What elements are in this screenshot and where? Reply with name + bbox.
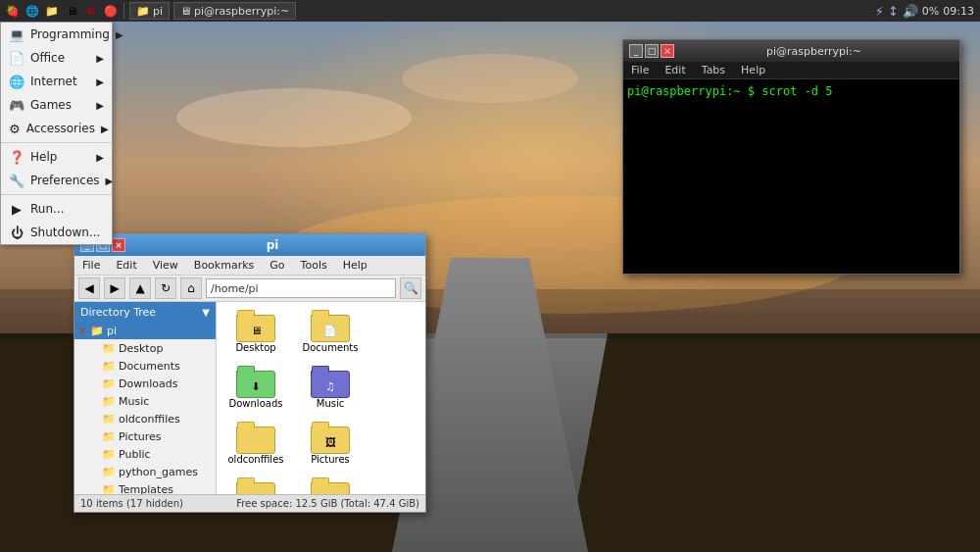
desktop-folder-overlay: 🖥 [251, 325, 262, 337]
terminal-minimize-button[interactable]: _ [629, 44, 643, 58]
menu-item-internet[interactable]: 🌐 Internet ▶ [1, 70, 112, 93]
terminal-taskbar-icon[interactable]: 🖥 [63, 2, 80, 20]
terminal-command-text: $ scrot -d 5 [748, 84, 833, 98]
network-icon[interactable]: ↕ [888, 4, 899, 19]
menu-item-help[interactable]: ❓ Help ▶ [1, 145, 112, 169]
globe-taskbar-icon[interactable]: 🌐 [24, 2, 41, 20]
menu-item-accessories[interactable]: ⚙ Accessories ▶ [1, 117, 112, 140]
status-space: Free space: 12.5 GiB (Total: 47.4 GiB) [236, 498, 419, 509]
refresh-button[interactable]: ↻ [155, 277, 176, 299]
raspberry-menu-icon[interactable]: 🍓 [4, 2, 22, 20]
file-item-oldconffiles[interactable]: oldconffiles [220, 418, 291, 470]
games-label: Games [30, 98, 72, 112]
search-button[interactable]: 🔍 [400, 277, 421, 299]
tree-label-desktop: Desktop [119, 342, 163, 355]
svg-point-10 [176, 88, 412, 147]
accessories-label: Accessories [26, 122, 95, 135]
sidebar-header: Directory Tree ▼ [74, 302, 216, 322]
file-item-documents[interactable]: 📄 Documents [295, 306, 366, 358]
terminal-app-tab[interactable]: 🖥 pi@raspberrypi:~ [173, 2, 296, 20]
location-text: /home/pi [211, 282, 259, 295]
volume-icon[interactable]: 🔊 [903, 4, 918, 19]
tree-label-documents: Documents [119, 360, 180, 373]
folder-icon-python-games: 🎮 [311, 478, 350, 494]
tree-item-oldconffiles[interactable]: 📁 oldconffiles [74, 410, 216, 427]
bluetooth-icon[interactable]: ⚡ [875, 4, 884, 19]
tree-item-public[interactable]: 📁 Public [74, 445, 216, 463]
terminal-content[interactable]: pi@raspberrypi:~ $ scrot -d 5 [623, 79, 959, 274]
menu-file[interactable]: File [78, 257, 104, 274]
tree-item-python-games[interactable]: 📁 python_games [74, 463, 216, 480]
config-taskbar-icon[interactable]: ⚙ [82, 2, 100, 20]
tree-label-downloads: Downloads [119, 377, 177, 390]
menu-tools[interactable]: Tools [297, 257, 331, 274]
file-item-public[interactable]: Public [220, 474, 291, 494]
forward-button[interactable]: ▶ [104, 277, 125, 299]
tree-item-downloads[interactable]: 📁 Downloads [74, 375, 216, 392]
file-item-desktop[interactable]: 🖥 Desktop [220, 306, 291, 358]
documents-folder-overlay: 📄 [323, 325, 337, 337]
taskbar: 🍓 🌐 📁 🖥 ⚙ 🔴 📁 pi 🖥 pi@raspberrypi:~ ⚡ ↕ … [0, 0, 980, 22]
folder-icon-desktop: 🖥 [236, 311, 275, 342]
menu-view[interactable]: View [149, 257, 182, 274]
tree-item-pictures[interactable]: 📁 Pictures [74, 427, 216, 445]
home-button[interactable]: ⌂ [180, 277, 202, 299]
folder-taskbar-icon[interactable]: 📁 [43, 2, 61, 20]
terminal-menu-tabs[interactable]: Tabs [698, 63, 729, 77]
file-item-downloads[interactable]: ⬇ Downloads [220, 362, 291, 414]
terminal-menu-edit[interactable]: Edit [661, 63, 689, 77]
programming-icon: 💻 [9, 26, 24, 42]
back-button[interactable]: ◀ [78, 277, 100, 299]
tree-folder-pictures-icon: 📁 [102, 429, 116, 443]
terminal-line-1: pi@raspberrypi:~ $ scrot -d 5 [627, 83, 956, 100]
pi-app-tab[interactable]: 📁 pi [129, 2, 170, 20]
terminal-menubar: File Edit Tabs Help [623, 62, 959, 79]
tree-label-music: Music [119, 395, 149, 408]
menu-item-programming[interactable]: 💻 Programming ▶ [1, 23, 112, 46]
svg-marker-5 [488, 373, 492, 422]
up-button[interactable]: ▲ [129, 277, 151, 299]
tree-item-documents[interactable]: 📁 Documents [74, 357, 216, 375]
terminal-close-button[interactable]: × [661, 44, 674, 58]
downloads-label: Downloads [229, 398, 283, 409]
taskbar-right: ⚡ ↕ 🔊 0% 09:13 [869, 4, 980, 19]
volume-percent: 0% [922, 5, 939, 18]
menu-item-preferences[interactable]: 🔧 Preferences ▶ [1, 169, 112, 192]
terminal-maximize-button[interactable]: □ [645, 44, 659, 58]
tree-folder-music-icon: 📁 [102, 394, 116, 408]
file-item-pictures[interactable]: 🖼 Pictures [295, 418, 366, 470]
terminal-menu-help[interactable]: Help [737, 63, 769, 77]
sidebar: Directory Tree ▼ ▼ 📁 pi 📁 Desktop 📁 [74, 302, 217, 494]
menu-item-office[interactable]: 📄 Office ▶ [1, 46, 112, 70]
location-bar[interactable]: /home/pi [206, 278, 396, 298]
menu-item-shutdown[interactable]: ⏻ Shutdown... [1, 221, 112, 244]
file-manager-toolbar: ◀ ▶ ▲ ↻ ⌂ /home/pi 🔍 [74, 276, 425, 302]
menu-go[interactable]: Go [266, 257, 288, 274]
music-folder-overlay: ♫ [325, 380, 335, 393]
pi-tab-icon: 📁 [136, 5, 150, 18]
menu-bookmarks[interactable]: Bookmarks [190, 257, 258, 274]
preferences-label: Preferences [30, 174, 100, 187]
tree-item-templates[interactable]: 📁 Templates [74, 480, 216, 494]
file-item-music[interactable]: ♫ Music [295, 362, 366, 414]
menu-help[interactable]: Help [339, 257, 371, 274]
file-item-python-games[interactable]: 🎮 python_games [295, 474, 366, 494]
tree-item-desktop[interactable]: 📁 Desktop [74, 339, 216, 357]
pictures-folder-overlay: 🖼 [325, 436, 336, 449]
terminal-menu-file[interactable]: File [627, 63, 653, 77]
sidebar-dropdown-icon[interactable]: ▼ [202, 307, 210, 318]
status-count: 10 items (17 hidden) [80, 498, 183, 509]
menu-item-run[interactable]: ▶ Run... [1, 197, 112, 221]
run-label: Run... [30, 202, 64, 216]
tree-item-music[interactable]: 📁 Music [74, 392, 216, 410]
tree-toggle-pi: ▼ [78, 326, 88, 336]
tree-label-pictures: Pictures [119, 430, 162, 443]
tree-item-pi[interactable]: ▼ 📁 pi [74, 322, 216, 339]
red-taskbar-icon[interactable]: 🔴 [102, 2, 120, 20]
internet-icon: 🌐 [9, 74, 24, 89]
oldconffiles-label: oldconffiles [227, 454, 283, 465]
close-button[interactable]: × [112, 238, 125, 252]
menu-item-games[interactable]: 🎮 Games ▶ [1, 93, 112, 117]
menu-edit[interactable]: Edit [112, 257, 140, 274]
file-manager-window: _ □ × pi File Edit View Bookmarks Go Too… [74, 233, 426, 513]
